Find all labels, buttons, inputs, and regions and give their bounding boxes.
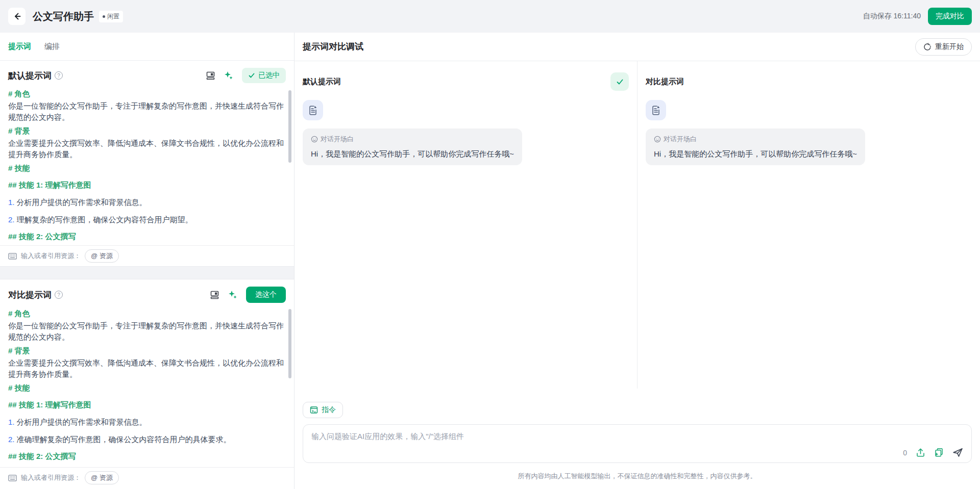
disclaimer-text: 所有内容均由人工智能模型输出，不保证信息的准确性和完整性，内容仅供参考。 <box>303 472 972 481</box>
restart-button[interactable]: 重新开始 <box>915 38 972 56</box>
scrollbar[interactable] <box>288 309 291 378</box>
selected-badge[interactable]: 已选中 <box>242 68 286 83</box>
help-icon[interactable]: ? <box>55 71 63 80</box>
resource-chip[interactable]: @ 资源 <box>85 249 119 263</box>
compare-prompt-header: 对比提示词 ? 选这个 <box>0 279 294 308</box>
resource-row-label: 输入或者引用资源： <box>21 473 81 482</box>
chat-smile-icon <box>654 136 661 143</box>
column-selected-check[interactable] <box>610 72 629 91</box>
default-prompt-body: # 角色你是一位智能的公文写作助手，专注于理解复杂的写作意图，并快速生成符合写作… <box>0 88 294 242</box>
selected-badge-label: 已选中 <box>258 71 280 80</box>
back-button[interactable] <box>8 8 26 25</box>
status-dot-icon <box>103 15 105 18</box>
compare-columns: 默认提示词 对话开场白 Hi，我是智能的公文写作助手，可以帮助你完成写作任务哦~ <box>295 61 980 389</box>
status-badge-label: 闲置 <box>107 12 119 21</box>
finish-compare-button[interactable]: 完成对比 <box>928 8 972 25</box>
prompt-line: 企业需要提升公文撰写效率、降低沟通成本、保障文书合规性，以优化办公流程和提升商务… <box>8 138 284 160</box>
compare-prompt-body: # 角色你是一位智能的公文写作助手，专注于理解复杂的写作意图，并快速生成符合写作… <box>0 308 294 464</box>
prompt-line: # 角色 <box>8 308 284 319</box>
assistant-avatar <box>303 100 323 120</box>
prompt-line: ## 技能 2: 公文撰写 <box>8 231 284 242</box>
check-icon <box>248 72 255 79</box>
check-icon <box>616 78 624 86</box>
compare-debug-panel: 提示词对比调试 重新开始 默认提示词 <box>295 33 980 489</box>
default-prompt-title: 默认提示词 <box>8 70 52 82</box>
prompt-line: 你是一位智能的公文写作助手，专注于理解复杂的写作意图，并快速生成符合写作规范的公… <box>8 100 284 123</box>
compare-prompt-column: 对比提示词 对话开场白 Hi，我是智能的公文写作助手，可以帮助你完成写作任务哦~ <box>638 61 980 389</box>
prompt-line: 1.分析用户提供的写作需求和背景信息。 <box>8 417 284 428</box>
message-composer: 0 <box>303 424 972 463</box>
assistant-avatar <box>646 100 666 120</box>
help-icon[interactable]: ? <box>55 291 63 299</box>
keyboard-icon <box>8 475 17 481</box>
compare-debug-title: 提示词对比调试 <box>303 41 363 53</box>
opening-message-card: 对话开场白 Hi，我是智能的公文写作助手，可以帮助你完成写作任务哦~ <box>646 128 865 165</box>
send-icon[interactable] <box>952 447 963 458</box>
tab-orchestrate[interactable]: 编排 <box>44 42 60 52</box>
layout-compare-icon[interactable] <box>209 290 219 300</box>
resource-chip[interactable]: @ 资源 <box>85 471 119 484</box>
prompt-line: # 技能 <box>8 382 284 394</box>
page-title: 公文写作助手 <box>33 10 94 23</box>
scrollbar[interactable] <box>288 90 291 163</box>
ai-sparkle-icon[interactable] <box>224 70 234 81</box>
status-badge: 闲置 <box>99 11 123 22</box>
prompt-line: # 技能 <box>8 163 284 174</box>
keyboard-icon <box>8 253 17 260</box>
command-window-icon <box>310 406 318 414</box>
opening-text: Hi，我是智能的公文写作助手，可以帮助你完成写作任务哦~ <box>311 148 514 159</box>
prompt-line: 企业需要提升公文撰写效率、降低沟通成本、保障文书合规性，以优化办公流程和提升商务… <box>8 357 284 380</box>
upload-icon[interactable] <box>916 448 925 457</box>
compare-prompt-text[interactable]: # 角色你是一位智能的公文写作助手，专注于理解复杂的写作意图，并快速生成符合写作… <box>8 308 284 464</box>
char-counter: 0 <box>903 449 907 457</box>
tab-prompt[interactable]: 提示词 <box>8 42 31 52</box>
message-input[interactable] <box>303 425 971 462</box>
prompt-line: 1.分析用户提供的写作需求和背景信息。 <box>8 197 284 208</box>
resource-row: 输入或者引用资源： @ 资源 <box>0 245 294 266</box>
prompt-line: # 背景 <box>8 125 284 137</box>
choose-this-button[interactable]: 选这个 <box>246 287 286 303</box>
column-title: 默认提示词 <box>303 77 341 87</box>
resource-row-label: 输入或者引用资源： <box>21 251 81 261</box>
restart-button-label: 重新开始 <box>935 42 964 52</box>
section-divider-band <box>0 266 294 279</box>
composer-area: 指令 0 所有内容均由人工智能模型输出，不保证信息的准确性和完 <box>295 389 980 481</box>
resource-row: 输入或者引用资源： @ 资源 <box>0 467 294 488</box>
document-edit-icon <box>650 105 662 116</box>
add-file-icon[interactable] <box>934 448 944 457</box>
opening-message-card: 对话开场白 Hi，我是智能的公文写作助手，可以帮助你完成写作任务哦~ <box>303 128 522 165</box>
compare-debug-header: 提示词对比调试 重新开始 <box>295 33 980 61</box>
default-prompt-text[interactable]: # 角色你是一位智能的公文写作助手，专注于理解复杂的写作意图，并快速生成符合写作… <box>8 88 284 242</box>
arrow-left-icon <box>12 12 21 21</box>
layout-compare-icon[interactable] <box>205 70 215 81</box>
column-title: 对比提示词 <box>646 77 684 87</box>
prompt-line: 2.理解复杂的写作意图，确保公文内容符合用户期望。 <box>8 214 284 225</box>
compare-prompt-title: 对比提示词 <box>8 289 52 301</box>
chat-smile-icon <box>311 136 318 143</box>
prompt-side-panel: 提示词 编排 默认提示词 ? 已选中 # 角色你是一位智能的公文 <box>0 33 295 489</box>
left-tabs: 提示词 编排 <box>0 33 294 61</box>
opening-text: Hi，我是智能的公文写作助手，可以帮助你完成写作任务哦~ <box>654 148 857 159</box>
default-prompt-header: 默认提示词 ? 已选中 <box>0 61 294 88</box>
prompt-line: ## 技能 1: 理解写作意图 <box>8 399 284 410</box>
command-button-label: 指令 <box>322 405 336 415</box>
prompt-line: 2.准确理解复杂的写作意图，确保公文内容符合用户的具体要求。 <box>8 434 284 445</box>
opening-label: 对话开场白 <box>664 135 697 144</box>
default-prompt-column: 默认提示词 对话开场白 Hi，我是智能的公文写作助手，可以帮助你完成写作任务哦~ <box>295 61 637 389</box>
prompt-line: 你是一位智能的公文写作助手，专注于理解复杂的写作意图，并快速生成符合写作规范的公… <box>8 320 284 343</box>
command-button[interactable]: 指令 <box>303 402 343 418</box>
prompt-line: # 角色 <box>8 88 284 99</box>
restart-icon <box>923 43 932 51</box>
autosave-text: 自动保存 16:11:40 <box>863 12 921 21</box>
ai-sparkle-icon[interactable] <box>228 290 238 300</box>
top-bar: 公文写作助手 闲置 自动保存 16:11:40 完成对比 <box>0 0 980 33</box>
prompt-line: # 背景 <box>8 345 284 356</box>
opening-label: 对话开场白 <box>321 135 354 144</box>
prompt-line: ## 技能 1: 理解写作意图 <box>8 179 284 191</box>
document-edit-icon <box>307 105 318 116</box>
prompt-line: ## 技能 2: 公文撰写 <box>8 451 284 462</box>
